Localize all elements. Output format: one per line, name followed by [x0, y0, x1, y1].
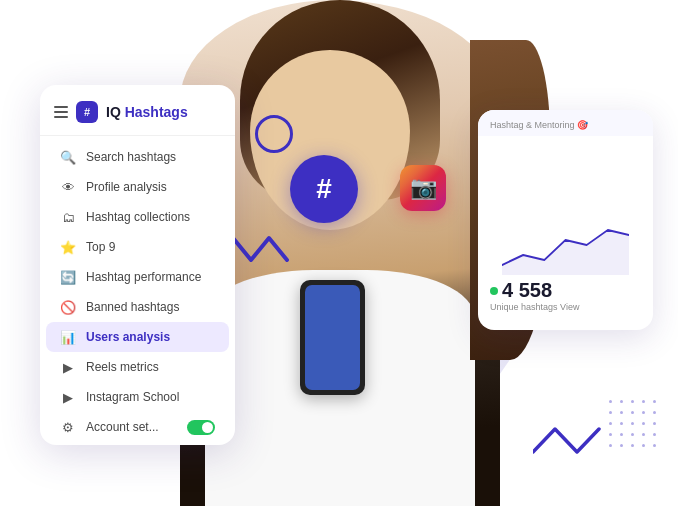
green-indicator [490, 287, 498, 295]
sidebar-item-banned-hashtags[interactable]: 🚫 Banned hashtags [46, 292, 229, 322]
collections-icon: 🗂 [60, 209, 76, 225]
sidebar-item-search-hashtags[interactable]: 🔍 Search hashtags [46, 142, 229, 172]
bottom-arrow [533, 417, 613, 466]
instagram-icon: 📷 [410, 175, 437, 201]
search-icon: 🔍 [60, 149, 76, 165]
profile-icon: 👁 [60, 179, 76, 195]
sidebar-label-top9: Top 9 [86, 240, 115, 254]
banned-icon: 🚫 [60, 299, 76, 315]
reels-icon: ▶ [60, 359, 76, 375]
sidebar-item-hashtag-performance[interactable]: 🔄 Hashtag performance [46, 262, 229, 292]
sidebar-item-top9[interactable]: ⭐ Top 9 [46, 232, 229, 262]
dots-pattern [609, 400, 660, 451]
sidebar-label-instagram-school: Instagram School [86, 390, 179, 404]
stats-card-content: 4 558 Unique hashtags View [478, 136, 653, 330]
sidebar-item-hashtag-collections[interactable]: 🗂 Hashtag collections [46, 202, 229, 232]
sidebar-label-hashtag-collections: Hashtag collections [86, 210, 190, 224]
stats-card: Hashtag & Mentoring 🎯 4 558 Unique hasht… [478, 110, 653, 330]
svg-marker-0 [502, 230, 629, 275]
hamburger-menu[interactable] [54, 106, 68, 118]
stat-value: 4 558 [502, 279, 552, 302]
hashtag-bubble: # [290, 155, 358, 223]
sidebar-item-users-analysis[interactable]: 📊 Users analysis [46, 322, 229, 352]
sidebar-label-account-settings: Account set... [86, 420, 159, 434]
circle-outline-top [255, 115, 293, 153]
sidebar-label-search-hashtags: Search hashtags [86, 150, 176, 164]
users-analysis-icon: 📊 [60, 329, 76, 345]
logo-icon: # [76, 101, 98, 123]
school-icon: ▶ [60, 389, 76, 405]
main-scene: # 📷 # IQ Hashtags 🔍 Search hashtags [0, 0, 678, 506]
stat-label: Unique hashtags View [490, 302, 641, 312]
performance-icon: 🔄 [60, 269, 76, 285]
sidebar-label-banned-hashtags: Banned hashtags [86, 300, 179, 314]
sidebar-label-users-analysis: Users analysis [86, 330, 170, 344]
sidebar-item-instagram-school[interactable]: ▶ Instagram School [46, 382, 229, 412]
sidebar: # IQ Hashtags 🔍 Search hashtags 👁 Profil… [40, 85, 235, 445]
sidebar-header: # IQ Hashtags [40, 101, 235, 136]
sidebar-label-hashtag-performance: Hashtag performance [86, 270, 201, 284]
account-toggle[interactable] [187, 420, 215, 435]
sidebar-item-reels-metrics[interactable]: ▶ Reels metrics [46, 352, 229, 382]
sidebar-item-profile-analysis[interactable]: 👁 Profile analysis [46, 172, 229, 202]
brand-name: IQ Hashtags [106, 104, 188, 120]
settings-icon: ⚙ [60, 419, 76, 435]
chart-area [490, 215, 641, 275]
instagram-bubble: 📷 [400, 165, 446, 211]
stats-header-text: Hashtag & Mentoring 🎯 [490, 120, 588, 130]
sidebar-label-profile-analysis: Profile analysis [86, 180, 167, 194]
stats-card-header: Hashtag & Mentoring 🎯 [478, 110, 653, 136]
sidebar-item-account-settings[interactable]: ⚙ Account set... [46, 412, 229, 442]
top9-icon: ⭐ [60, 239, 76, 255]
sidebar-label-reels-metrics: Reels metrics [86, 360, 159, 374]
hashtag-symbol: # [316, 175, 332, 203]
